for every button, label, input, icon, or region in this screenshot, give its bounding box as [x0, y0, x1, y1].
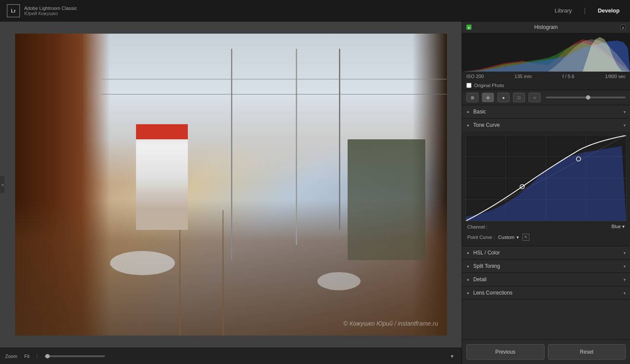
- histogram-header: ▲ Histogram ▲: [462, 22, 630, 33]
- lens-corrections-title: Lens Corrections: [473, 290, 513, 296]
- tone-curve-content: Channel : Blue ▾ Point Curve : Custom ▾ …: [462, 132, 630, 246]
- split-toning-title: Split Toning: [473, 263, 500, 269]
- action-buttons: Previous Reset: [462, 339, 630, 364]
- original-photo-label: Original Photo: [474, 83, 504, 88]
- app-title-block: Adobe Lightroom Classic Юрий Кожушко: [24, 6, 77, 16]
- camera-iso: ISO 200: [466, 74, 484, 79]
- filmstrip-toggle[interactable]: ▾: [448, 352, 456, 361]
- photo-container: ◀: [0, 22, 462, 348]
- basic-panel-arrow: ▾: [624, 110, 626, 114]
- zoom-label: Zoom: [5, 354, 17, 359]
- tone-curve-graph[interactable]: [465, 135, 627, 221]
- tool-brightness-slider[interactable]: [546, 97, 626, 98]
- nav-library[interactable]: Library: [551, 6, 576, 16]
- tool-redeye[interactable]: ●: [497, 93, 510, 102]
- app-subtitle: Юрий Кожушко: [24, 11, 77, 16]
- hsl-color-left: ■ HSL / Color: [466, 250, 500, 256]
- edit-curve-icon[interactable]: ✎: [522, 234, 529, 241]
- nav-separator: |: [584, 7, 586, 15]
- reset-button[interactable]: Reset: [548, 344, 626, 360]
- photo-frame: © Кожушко Юрий / instantframe.ru: [15, 34, 447, 336]
- left-edge-toggle[interactable]: ◀: [0, 176, 4, 193]
- split-toning-header[interactable]: ■ Split Toning ▾: [462, 260, 630, 273]
- basic-panel-title: Basic: [473, 109, 486, 115]
- right-panel: ▲ Histogram ▲: [462, 22, 630, 364]
- camera-focal: 135 mm: [515, 74, 532, 79]
- bottom-bar: Zoom Fit | ▾: [0, 348, 462, 364]
- original-photo-checkbox[interactable]: [466, 83, 472, 88]
- basic-panel-left: ■ Basic: [466, 109, 486, 115]
- zoom-fit[interactable]: Fit: [24, 354, 29, 359]
- histogram-title: Histogram: [534, 24, 558, 30]
- detail-panel: ■ Detail ▾: [462, 273, 630, 286]
- detail-title: Detail: [473, 276, 487, 282]
- split-toning-left: ■ Split Toning: [466, 263, 500, 269]
- tone-curve-left: ■ Tone Curve: [466, 122, 500, 128]
- nav-develop[interactable]: Develop: [594, 6, 623, 16]
- photo-area: ◀: [0, 22, 462, 364]
- tool-crop[interactable]: ⊞: [466, 93, 478, 102]
- tone-curve-arrow: ▾: [624, 123, 626, 128]
- channel-row: Channel : Blue ▾: [465, 221, 627, 232]
- lr-logo: Lr: [7, 4, 20, 17]
- histogram-left-indicator: ▲: [466, 25, 472, 30]
- split-toning-arrow: ▾: [624, 264, 626, 269]
- channel-select-arrow: ▾: [622, 224, 625, 229]
- tone-curve-panel: ■ Tone Curve ▾: [462, 119, 630, 246]
- basic-toggle[interactable]: ■: [466, 110, 470, 113]
- hsl-color-arrow: ▾: [624, 251, 626, 255]
- channel-select[interactable]: Blue ▾: [611, 224, 625, 229]
- detail-arrow: ▾: [624, 277, 626, 282]
- tone-curve-title: Tone Curve: [473, 122, 500, 128]
- tone-curve-svg: [466, 135, 626, 221]
- detail-header[interactable]: ■ Detail ▾: [462, 273, 630, 286]
- camera-info: ISO 200 135 mm f / 5.6 1/800 sec: [462, 72, 630, 81]
- tool-heal[interactable]: ⊕: [482, 93, 494, 102]
- top-bar: Lr Adobe Lightroom Classic Юрий Кожушко …: [0, 0, 630, 22]
- lr-logo-text: Lr: [11, 8, 16, 13]
- channel-value: Blue: [611, 224, 621, 229]
- previous-button[interactable]: Previous: [466, 344, 545, 360]
- basic-panel: ■ Basic ▾: [462, 105, 630, 119]
- point-curve-row: Point Curve : Custom ▾ ✎: [465, 232, 627, 242]
- hsl-color-title: HSL / Color: [473, 250, 500, 256]
- point-curve-label: Point Curve :: [467, 235, 495, 240]
- histogram-section: ▲ Histogram ▲: [462, 22, 630, 90]
- lens-corrections-toggle[interactable]: ■: [466, 291, 470, 295]
- split-toning-toggle[interactable]: ■: [466, 264, 470, 268]
- tool-grad[interactable]: □: [513, 93, 525, 102]
- lens-corrections-header[interactable]: ■ Lens Corrections ▾: [462, 286, 630, 299]
- tool-radial[interactable]: ○: [529, 93, 541, 102]
- tool-slider-handle[interactable]: [586, 95, 590, 100]
- camera-shutter: 1/800 sec: [605, 74, 626, 79]
- original-photo-row: Original Photo: [462, 81, 630, 90]
- tone-curve-toggle[interactable]: ■: [466, 123, 470, 127]
- split-toning-panel: ■ Split Toning ▾: [462, 260, 630, 273]
- toolbar-row: ⊞ ⊕ ● □ ○: [462, 90, 630, 105]
- zoom-handle[interactable]: [45, 354, 50, 358]
- point-curve-arrow: ▾: [516, 235, 519, 240]
- camera-aperture: f / 5.6: [563, 74, 575, 79]
- hsl-color-header[interactable]: ■ HSL / Color ▾: [462, 246, 630, 259]
- main-content: ◀: [0, 22, 630, 364]
- hsl-toggle[interactable]: ■: [466, 251, 470, 254]
- nav-tabs: Library | Develop: [551, 6, 623, 16]
- zoom-separator: |: [36, 353, 38, 359]
- histogram-canvas: [462, 33, 630, 72]
- app-title: Adobe Lightroom Classic: [24, 6, 77, 11]
- detail-toggle[interactable]: ■: [466, 278, 470, 281]
- point-curve-text: Custom: [498, 235, 515, 240]
- watermark: © Кожушко Юрий / instantframe.ru: [343, 320, 438, 327]
- basic-panel-header[interactable]: ■ Basic ▾: [462, 105, 630, 118]
- zoom-slider[interactable]: [44, 355, 105, 357]
- lens-corrections-left: ■ Lens Corrections: [466, 290, 513, 296]
- tone-curve-header[interactable]: ■ Tone Curve ▾: [462, 119, 630, 132]
- detail-left: ■ Detail: [466, 276, 487, 282]
- channel-label: Channel :: [467, 224, 488, 229]
- histogram-right-indicator: ▲: [621, 25, 626, 30]
- app-logo: Lr Adobe Lightroom Classic Юрий Кожушко: [7, 4, 77, 17]
- hsl-color-panel: ■ HSL / Color ▾: [462, 246, 630, 260]
- lens-corrections-arrow: ▾: [624, 291, 626, 295]
- point-curve-value[interactable]: Custom ▾: [498, 235, 519, 240]
- lens-corrections-panel: ■ Lens Corrections ▾: [462, 286, 630, 300]
